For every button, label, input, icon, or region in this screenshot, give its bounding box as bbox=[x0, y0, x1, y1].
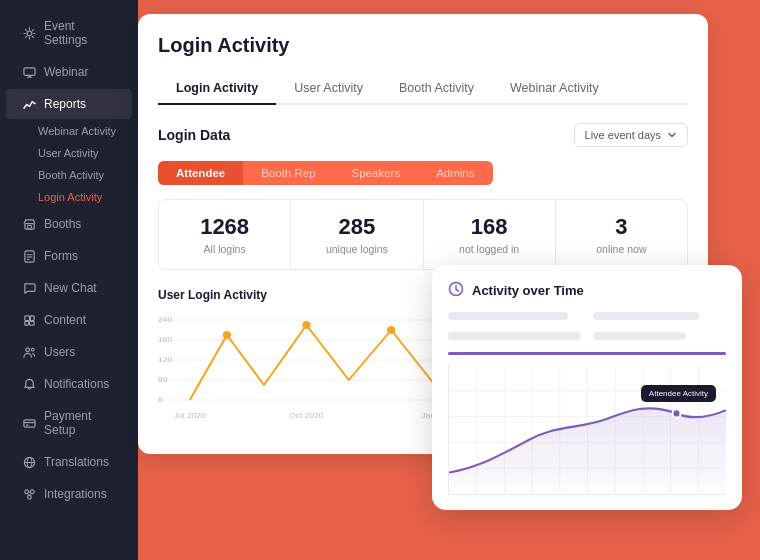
sidebar-sub-user-activity[interactable]: User Activity bbox=[6, 142, 132, 164]
svg-text:180: 180 bbox=[158, 335, 173, 344]
pill-attendee[interactable]: Attendee bbox=[158, 161, 243, 185]
sidebar-item-reports[interactable]: Reports bbox=[6, 89, 132, 119]
sidebar-label-translations: Translations bbox=[44, 455, 109, 469]
stat-not-logged-in: 168 not logged in bbox=[424, 200, 556, 269]
svg-text:Oct 2020: Oct 2020 bbox=[289, 411, 324, 420]
sidebar-label-forms: Forms bbox=[44, 249, 78, 263]
skeleton-row bbox=[448, 312, 568, 320]
svg-point-13 bbox=[31, 348, 34, 351]
skeleton-row bbox=[593, 312, 699, 320]
sidebar-label-content: Content bbox=[44, 313, 86, 327]
svg-point-36 bbox=[223, 331, 231, 339]
svg-text:240: 240 bbox=[158, 315, 173, 324]
tabs-bar: Login Activity User Activity Booth Activ… bbox=[158, 73, 688, 105]
svg-text:120: 120 bbox=[158, 355, 173, 364]
svg-rect-10 bbox=[24, 321, 28, 325]
users-icon bbox=[22, 345, 36, 359]
svg-line-25 bbox=[30, 493, 31, 495]
svg-text:60: 60 bbox=[158, 375, 168, 384]
stat-all-logins: 1268 All logins bbox=[159, 200, 291, 269]
booths-icon bbox=[22, 217, 36, 231]
monitor-icon bbox=[22, 65, 36, 79]
chevron-down-icon bbox=[667, 130, 677, 140]
float-card-header: Activity over Time bbox=[448, 281, 726, 300]
float-card-title: Activity over Time bbox=[472, 283, 584, 298]
sidebar-label-booths: Booths bbox=[44, 217, 81, 231]
svg-text:Jul 2020: Jul 2020 bbox=[174, 411, 206, 420]
tab-booth-activity[interactable]: Booth Activity bbox=[381, 73, 492, 105]
sidebar-label-notifications: Notifications bbox=[44, 377, 109, 391]
pill-booth-rep[interactable]: Booth Rep bbox=[243, 161, 333, 185]
svg-point-21 bbox=[30, 489, 34, 493]
sidebar-item-content[interactable]: Content bbox=[6, 305, 132, 335]
svg-rect-8 bbox=[24, 315, 29, 320]
sidebar: Event Settings Webinar Reports Webinar A… bbox=[0, 0, 138, 560]
chart-icon bbox=[22, 97, 36, 111]
chat-icon bbox=[22, 281, 36, 295]
svg-rect-16 bbox=[25, 424, 28, 425]
section-header: Login Data Live event days bbox=[158, 123, 688, 147]
stat-online-now: 3 online now bbox=[556, 200, 687, 269]
sidebar-label-event-settings: Event Settings bbox=[44, 19, 116, 47]
pill-speakers[interactable]: Speakers bbox=[334, 161, 419, 185]
sidebar-item-forms[interactable]: Forms bbox=[6, 241, 132, 271]
section-title: Login Data bbox=[158, 127, 230, 143]
sidebar-sub-webinar-activity[interactable]: Webinar Activity bbox=[6, 120, 132, 142]
time-period-dropdown[interactable]: Live event days bbox=[574, 123, 688, 147]
content-icon bbox=[22, 313, 36, 327]
float-chart-area: 40 30 20 10 Attendee Activity bbox=[448, 365, 726, 495]
skeleton-row bbox=[593, 332, 686, 340]
sidebar-item-new-chat[interactable]: New Chat bbox=[6, 273, 132, 303]
bell-icon bbox=[22, 377, 36, 391]
svg-point-37 bbox=[302, 321, 310, 329]
payment-icon bbox=[22, 416, 36, 430]
gear-icon bbox=[22, 26, 36, 40]
svg-point-0 bbox=[27, 31, 32, 36]
svg-point-12 bbox=[25, 347, 29, 351]
svg-line-24 bbox=[27, 493, 28, 495]
pill-admins[interactable]: Admins bbox=[418, 161, 492, 185]
activity-over-time-card: Activity over Time bbox=[432, 265, 742, 510]
sidebar-label-new-chat: New Chat bbox=[44, 281, 97, 295]
sidebar-item-notifications[interactable]: Notifications bbox=[6, 369, 132, 399]
svg-rect-9 bbox=[30, 315, 34, 320]
sidebar-item-event-settings[interactable]: Event Settings bbox=[6, 11, 132, 55]
svg-point-22 bbox=[27, 495, 31, 499]
sidebar-item-webinar[interactable]: Webinar bbox=[6, 57, 132, 87]
tooltip-badge: Attendee Activity bbox=[641, 385, 716, 402]
forms-icon bbox=[22, 249, 36, 263]
sidebar-label-reports: Reports bbox=[44, 97, 86, 111]
skeleton-row bbox=[448, 332, 581, 340]
sidebar-label-webinar: Webinar bbox=[44, 65, 88, 79]
svg-rect-11 bbox=[29, 321, 34, 325]
tab-webinar-activity[interactable]: Webinar Activity bbox=[492, 73, 617, 105]
translations-icon bbox=[22, 455, 36, 469]
page-title: Login Activity bbox=[158, 34, 688, 57]
svg-text:8: 8 bbox=[158, 395, 163, 404]
sidebar-sub-login-activity[interactable]: Login Activity bbox=[6, 186, 132, 208]
sidebar-item-payment-setup[interactable]: Payment Setup bbox=[6, 401, 132, 445]
svg-rect-1 bbox=[23, 67, 34, 74]
skeleton-section bbox=[448, 312, 726, 355]
stats-row: 1268 All logins 285 unique logins 168 no… bbox=[158, 199, 688, 270]
integrations-icon bbox=[22, 487, 36, 501]
sidebar-label-payment-setup: Payment Setup bbox=[44, 409, 116, 437]
svg-rect-2 bbox=[24, 223, 33, 229]
sidebar-item-booths[interactable]: Booths bbox=[6, 209, 132, 239]
sidebar-label-integrations: Integrations bbox=[44, 487, 107, 501]
tab-user-activity[interactable]: User Activity bbox=[276, 73, 381, 105]
filter-pills: Attendee Booth Rep Speakers Admins bbox=[158, 161, 493, 185]
svg-rect-14 bbox=[23, 419, 34, 426]
sidebar-label-users: Users bbox=[44, 345, 75, 359]
svg-point-38 bbox=[387, 326, 395, 334]
tab-login-activity[interactable]: Login Activity bbox=[158, 73, 276, 105]
svg-point-59 bbox=[673, 409, 681, 418]
sidebar-item-users[interactable]: Users bbox=[6, 337, 132, 367]
svg-point-20 bbox=[24, 489, 28, 493]
progress-bar bbox=[448, 352, 726, 355]
sidebar-item-integrations[interactable]: Integrations bbox=[6, 479, 132, 509]
stat-unique-logins: 285 unique logins bbox=[291, 200, 423, 269]
sidebar-item-translations[interactable]: Translations bbox=[6, 447, 132, 477]
sidebar-sub-booth-activity[interactable]: Booth Activity bbox=[6, 164, 132, 186]
clock-icon bbox=[448, 281, 464, 300]
